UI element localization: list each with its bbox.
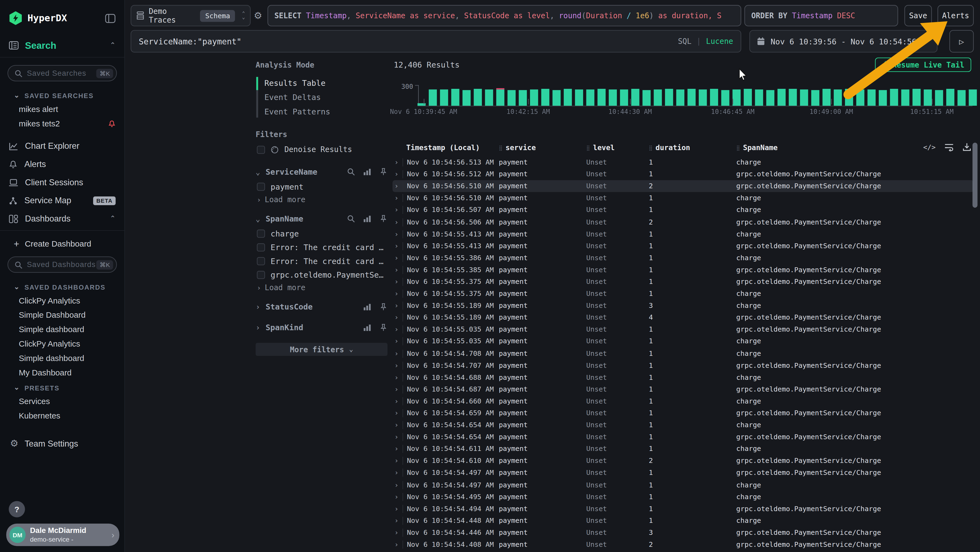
- table-row[interactable]: ›Nov 6 10:54:54.660 AMpaymentUnset1charg…: [393, 395, 974, 407]
- table-row[interactable]: ›Nov 6 10:54:55.375 AMpaymentUnset1charg…: [393, 288, 974, 300]
- saved-dashboard-item[interactable]: My Dashboard: [0, 365, 124, 380]
- saved-dashboard-item[interactable]: Simple Dashboard: [0, 308, 124, 322]
- source-select[interactable]: Demo Traces Schema ⌃⌄: [130, 5, 251, 26]
- table-row[interactable]: ›Nov 6 10:54:54.687 AMpaymentUnset1grpc.…: [393, 383, 974, 395]
- alerts-button[interactable]: Alerts: [937, 5, 974, 26]
- sidebar-item-client-sessions[interactable]: Client Sessions: [0, 173, 124, 191]
- filter-group-SpanName[interactable]: ⌄SpanName: [256, 211, 387, 227]
- sql-select-input[interactable]: SELECT Timestamp, ServiceName as service…: [267, 5, 741, 26]
- col-service[interactable]: ⣿service: [499, 143, 586, 152]
- sidebar-item-dashboards[interactable]: Dashboards ⌃: [0, 209, 124, 228]
- drag-handle-icon[interactable]: ⣿: [649, 145, 652, 151]
- table-row[interactable]: ›Nov 6 10:54:55.035 AMpaymentUnset1grpc.…: [393, 324, 974, 336]
- drag-handle-icon[interactable]: ⣿: [737, 145, 740, 151]
- filter-value[interactable]: charge: [256, 227, 387, 240]
- filter-checkbox[interactable]: [257, 243, 265, 251]
- vertical-scrollbar[interactable]: [972, 142, 977, 207]
- table-row[interactable]: ›Nov 6 10:54:55.386 AMpaymentUnset1charg…: [393, 252, 974, 264]
- filter-value[interactable]: payment: [256, 180, 387, 193]
- user-menu[interactable]: DM Dale McDiarmid demo-service - ›: [6, 524, 119, 546]
- col-level[interactable]: ⣿level: [586, 143, 649, 152]
- filter-value[interactable]: Error: The credit card …: [256, 240, 387, 254]
- filter-value[interactable]: grpc.oteldemo.PaymentSe…: [256, 268, 387, 282]
- table-row[interactable]: ›Nov 6 10:54:54.446 AMpaymentUnset3grpc.…: [393, 526, 974, 539]
- denoise-checkbox[interactable]: [257, 145, 265, 154]
- analysis-mode-event-patterns[interactable]: Event Patterns: [264, 104, 387, 119]
- saved-search-item[interactable]: mikes tets2: [0, 116, 124, 131]
- saved-dashboards-heading[interactable]: ⌄ SAVED DASHBOARDS: [0, 279, 124, 294]
- table-row[interactable]: ›Nov 6 10:54:56.507 AMpaymentUnset1charg…: [393, 204, 974, 216]
- drag-handle-icon[interactable]: ⣿: [499, 145, 502, 151]
- sidebar-item-service-map[interactable]: Service Map BETA: [0, 191, 124, 210]
- filter-checkbox[interactable]: [257, 182, 265, 190]
- edit-columns-icon[interactable]: </>: [923, 143, 935, 151]
- sidebar-item-alerts[interactable]: Alerts: [0, 155, 124, 173]
- table-row[interactable]: ›Nov 6 10:54:56.510 AMpaymentUnset2grpc.…: [393, 180, 974, 192]
- pin-icon[interactable]: [379, 214, 388, 223]
- wrap-lines-icon[interactable]: [944, 143, 954, 151]
- chevron-up-icon[interactable]: ⌃: [110, 214, 116, 223]
- saved-dashboard-item[interactable]: ClickPy Analytics: [0, 294, 124, 308]
- filter-group-ServiceName[interactable]: ⌄ServiceName: [256, 164, 387, 180]
- pin-icon[interactable]: [379, 303, 388, 311]
- table-row[interactable]: ›Nov 6 10:54:54.707 AMpaymentUnset1grpc.…: [393, 359, 974, 371]
- lang-lucene-toggle[interactable]: Lucene: [706, 37, 733, 46]
- table-row[interactable]: ›Nov 6 10:54:54.688 AMpaymentUnset1charg…: [393, 371, 974, 383]
- table-row[interactable]: ›Nov 6 10:54:54.654 AMpaymentUnset1charg…: [393, 419, 974, 431]
- filter-value[interactable]: Error: The credit card …: [256, 254, 387, 268]
- table-row[interactable]: ›Nov 6 10:54:55.413 AMpaymentUnset1charg…: [393, 228, 974, 240]
- analysis-mode-results-table[interactable]: Results Table: [264, 76, 387, 90]
- table-row[interactable]: ›Nov 6 10:54:54.497 AMpaymentUnset1grpc.…: [393, 467, 974, 479]
- pin-icon[interactable]: [379, 168, 388, 176]
- table-row[interactable]: ›Nov 6 10:54:56.510 AMpaymentUnset1charg…: [393, 192, 974, 204]
- table-row[interactable]: ›Nov 6 10:54:54.495 AMpaymentUnset1charg…: [393, 491, 974, 503]
- table-row[interactable]: ›Nov 6 10:54:55.189 AMpaymentUnset3charg…: [393, 300, 974, 312]
- table-row[interactable]: ›Nov 6 10:54:56.513 AMpaymentUnset1charg…: [393, 156, 974, 168]
- save-button[interactable]: Save: [904, 5, 932, 26]
- date-range-picker[interactable]: Nov 6 10:39:56 - Nov 6 10:54:56: [749, 30, 937, 53]
- search-icon[interactable]: [347, 214, 355, 223]
- pin-icon[interactable]: [379, 324, 388, 332]
- filter-checkbox[interactable]: [257, 271, 265, 279]
- collapse-sidebar-icon[interactable]: [105, 13, 116, 22]
- more-filters-button[interactable]: More filters ⌄: [256, 343, 387, 356]
- load-more[interactable]: ›Load more: [256, 193, 387, 206]
- col-timestamp[interactable]: Timestamp (Local): [406, 143, 499, 152]
- source-settings-gear-icon[interactable]: ⚙: [254, 10, 262, 21]
- table-row[interactable]: ›Nov 6 10:54:54.448 AMpaymentUnset1charg…: [393, 515, 974, 526]
- chart-icon[interactable]: [363, 214, 371, 223]
- nav-search[interactable]: Search ⌃: [0, 36, 124, 57]
- table-row[interactable]: ›Nov 6 10:54:55.385 AMpaymentUnset1grpc.…: [393, 264, 974, 276]
- chart-icon[interactable]: [363, 168, 371, 176]
- table-row[interactable]: ›Nov 6 10:54:55.035 AMpaymentUnset1charg…: [393, 336, 974, 348]
- search-icon[interactable]: [347, 168, 355, 176]
- preset-item[interactable]: Kubernetes: [0, 408, 124, 423]
- sidebar-item-chart-explorer[interactable]: Chart Explorer: [0, 137, 124, 155]
- table-row[interactable]: ›Nov 6 10:54:54.654 AMpaymentUnset1grpc.…: [393, 431, 974, 443]
- order-by-input[interactable]: ORDER BY Timestamp DESC: [744, 5, 898, 26]
- drag-handle-icon[interactable]: ⣿: [586, 145, 590, 151]
- saved-dashboards-input[interactable]: Saved Dashboards ⌘K: [8, 256, 117, 273]
- chart-icon[interactable]: [363, 303, 371, 311]
- table-row[interactable]: ›Nov 6 10:54:54.708 AMpaymentUnset1charg…: [393, 348, 974, 359]
- load-more[interactable]: ›Load more: [256, 281, 387, 294]
- preset-item[interactable]: Services: [0, 394, 124, 408]
- table-row[interactable]: ›Nov 6 10:54:54.611 AMpaymentUnset1charg…: [393, 443, 974, 455]
- create-dashboard-button[interactable]: + Create Dashboard: [0, 233, 124, 254]
- saved-search-item[interactable]: mikes alert: [0, 102, 124, 116]
- saved-dashboard-item[interactable]: Simple dashboard: [0, 322, 124, 337]
- help-button[interactable]: ?: [9, 501, 25, 517]
- presets-heading[interactable]: ⌄ PRESETS: [0, 380, 124, 394]
- col-duration[interactable]: ⣿duration: [649, 143, 736, 152]
- table-row[interactable]: ›Nov 6 10:54:54.659 AMpaymentUnset1grpc.…: [393, 407, 974, 419]
- table-row[interactable]: ›Nov 6 10:54:54.610 AMpaymentUnset2grpc.…: [393, 455, 974, 467]
- chevron-up-icon[interactable]: ⌃: [110, 41, 116, 49]
- table-row[interactable]: ›Nov 6 10:54:54.494 AMpaymentUnset1grpc.…: [393, 503, 974, 515]
- table-row[interactable]: ›Nov 6 10:54:56.506 AMpaymentUnset2grpc.…: [393, 216, 974, 228]
- table-row[interactable]: ›Nov 6 10:54:54.408 AMpaymentUnset2grpc.…: [393, 539, 974, 550]
- filter-checkbox[interactable]: [257, 229, 265, 237]
- team-settings-button[interactable]: ⚙ Team Settings: [0, 432, 124, 455]
- saved-searches-input[interactable]: Saved Searches ⌘K: [8, 65, 117, 81]
- analysis-mode-event-deltas[interactable]: Event Deltas: [264, 90, 387, 105]
- saved-dashboard-item[interactable]: ClickPy Analytics: [0, 337, 124, 351]
